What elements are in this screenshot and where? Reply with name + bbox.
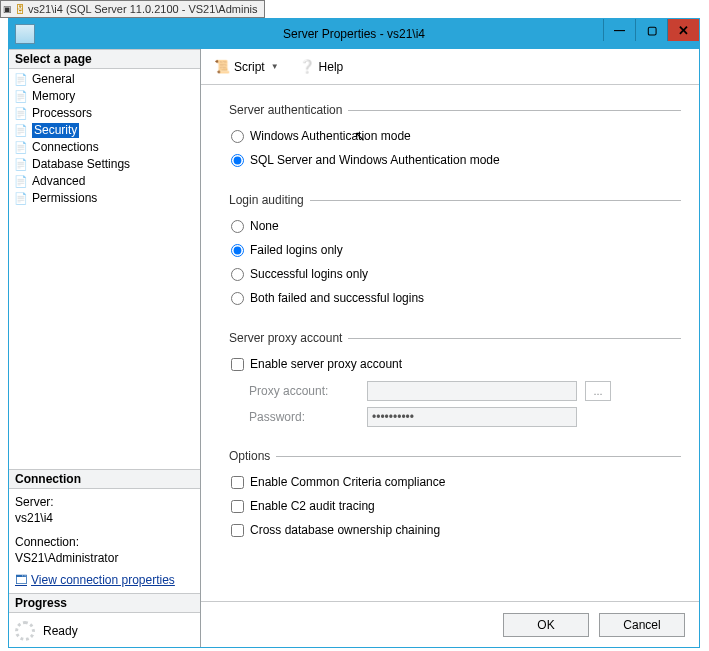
login-auditing-legend: Login auditing: [227, 193, 310, 207]
options-label-2[interactable]: Cross database ownership chaining: [250, 523, 440, 537]
help-button[interactable]: ❔ Help: [294, 56, 349, 77]
sidebar-item-label: General: [32, 72, 75, 87]
server-auth-radio-0[interactable]: [231, 130, 244, 143]
progress-header: Progress: [9, 593, 200, 613]
connection-value: VS21\Administrator: [15, 551, 194, 565]
options-group: Options Enable Common Criteria complianc…: [227, 449, 681, 551]
close-button[interactable]: ✕: [667, 19, 699, 41]
options-legend: Options: [227, 449, 276, 463]
server-label: Server:: [15, 495, 194, 509]
page-list: 📄General📄Memory📄Processors📄Security📄Conn…: [9, 69, 200, 209]
sidebar-item-processors[interactable]: 📄Processors: [12, 105, 197, 122]
options-label-0[interactable]: Enable Common Criteria compliance: [250, 475, 445, 489]
page-icon: 📄: [14, 141, 28, 155]
page-icon: 📄: [14, 192, 28, 206]
sidebar-item-label: Processors: [32, 106, 92, 121]
proxy-account-label: Proxy account:: [249, 384, 359, 398]
login-auditing-radio-1[interactable]: [231, 244, 244, 257]
titlebar[interactable]: Server Properties - vs21\i4 — ▢ ✕: [9, 19, 699, 49]
server-value: vs21\i4: [15, 511, 194, 525]
script-button[interactable]: 📜 Script ▼: [209, 56, 284, 77]
server-authentication-group: Server authentication Windows Authentica…: [227, 103, 681, 181]
main-panel: 📜 Script ▼ ❔ Help Server authentication …: [201, 49, 699, 647]
proxy-account-input[interactable]: [367, 381, 577, 401]
minimize-button[interactable]: —: [603, 19, 635, 41]
options-checkbox-0[interactable]: [231, 476, 244, 489]
ok-button[interactable]: OK: [503, 613, 589, 637]
login-auditing-label-1[interactable]: Failed logins only: [250, 243, 343, 257]
sidebar: Select a page 📄General📄Memory📄Processors…: [9, 49, 201, 647]
cancel-button[interactable]: Cancel: [599, 613, 685, 637]
ssms-tab[interactable]: ▣ 🗄 vs21\i4 (SQL Server 11.0.2100 - VS21…: [0, 0, 265, 18]
proxy-password-input[interactable]: [367, 407, 577, 427]
proxy-password-label: Password:: [249, 410, 359, 424]
login-auditing-label-0[interactable]: None: [250, 219, 279, 233]
login-auditing-radio-0[interactable]: [231, 220, 244, 233]
select-page-header: Select a page: [9, 49, 200, 69]
page-icon: 📄: [14, 90, 28, 104]
window-controls: — ▢ ✕: [603, 19, 699, 41]
enable-proxy-checkbox[interactable]: [231, 358, 244, 371]
sidebar-item-memory[interactable]: 📄Memory: [12, 88, 197, 105]
page-icon: 📄: [14, 124, 28, 138]
script-label: Script: [234, 60, 265, 74]
view-connection-properties-link[interactable]: 🗔 View connection properties: [15, 573, 175, 587]
sidebar-item-permissions[interactable]: 📄Permissions: [12, 190, 197, 207]
server-auth-label-0[interactable]: Windows Authentication mode: [250, 129, 411, 143]
login-auditing-label-2[interactable]: Successful logins only: [250, 267, 368, 281]
window-title: Server Properties - vs21\i4: [9, 27, 699, 41]
server-auth-radio-1[interactable]: [231, 154, 244, 167]
progress-status: Ready: [43, 624, 78, 638]
progress-row: Ready: [15, 621, 194, 641]
sidebar-item-database-settings[interactable]: 📄Database Settings: [12, 156, 197, 173]
login-auditing-group: Login auditing NoneFailed logins onlySuc…: [227, 193, 681, 319]
view-connection-properties-label: View connection properties: [31, 573, 175, 587]
server-auth-label-1[interactable]: SQL Server and Windows Authentication mo…: [250, 153, 500, 167]
login-auditing-label-3[interactable]: Both failed and successful logins: [250, 291, 424, 305]
sidebar-item-label: Security: [32, 123, 79, 138]
sidebar-item-advanced[interactable]: 📄Advanced: [12, 173, 197, 190]
options-checkbox-2[interactable]: [231, 524, 244, 537]
progress-spinner-icon: [15, 621, 35, 641]
sidebar-item-label: Memory: [32, 89, 75, 104]
sidebar-item-label: Connections: [32, 140, 99, 155]
page-icon: 📄: [14, 175, 28, 189]
connection-header: Connection: [9, 469, 200, 489]
script-icon: 📜: [214, 59, 230, 74]
page-icon: 📄: [14, 73, 28, 87]
dialog-button-bar: OK Cancel: [201, 601, 699, 647]
page-icon: 📄: [14, 158, 28, 172]
sidebar-item-connections[interactable]: 📄Connections: [12, 139, 197, 156]
maximize-button[interactable]: ▢: [635, 19, 667, 41]
help-label: Help: [319, 60, 344, 74]
toolbar: 📜 Script ▼ ❔ Help: [201, 49, 699, 85]
properties-icon: 🗔: [15, 573, 27, 587]
options-label-1[interactable]: Enable C2 audit tracing: [250, 499, 375, 513]
page-icon: 📄: [14, 107, 28, 121]
tree-collapse-icon[interactable]: ▣: [3, 4, 12, 14]
options-checkbox-1[interactable]: [231, 500, 244, 513]
sidebar-item-label: Advanced: [32, 174, 85, 189]
connection-info: Server: vs21\i4 Connection: VS21\Adminis…: [9, 489, 200, 593]
server-proxy-account-legend: Server proxy account: [227, 331, 348, 345]
ssms-tab-label: vs21\i4 (SQL Server 11.0.2100 - VS21\Adm…: [28, 3, 258, 15]
connection-label: Connection:: [15, 535, 194, 549]
sidebar-item-general[interactable]: 📄General: [12, 71, 197, 88]
server-authentication-legend: Server authentication: [227, 103, 348, 117]
sidebar-item-label: Permissions: [32, 191, 97, 206]
sidebar-item-label: Database Settings: [32, 157, 130, 172]
server-icon: 🗄: [15, 4, 25, 15]
content-area: Server authentication Windows Authentica…: [201, 85, 699, 601]
help-icon: ❔: [299, 59, 315, 74]
sidebar-item-security[interactable]: 📄Security: [12, 122, 197, 139]
server-properties-window: Server Properties - vs21\i4 — ▢ ✕ Select…: [8, 18, 700, 648]
login-auditing-radio-2[interactable]: [231, 268, 244, 281]
enable-proxy-label[interactable]: Enable server proxy account: [250, 357, 402, 371]
server-proxy-account-group: Server proxy account Enable server proxy…: [227, 331, 681, 437]
proxy-account-browse-button[interactable]: ...: [585, 381, 611, 401]
window-icon: [15, 24, 35, 44]
login-auditing-radio-3[interactable]: [231, 292, 244, 305]
chevron-down-icon: ▼: [271, 62, 279, 71]
